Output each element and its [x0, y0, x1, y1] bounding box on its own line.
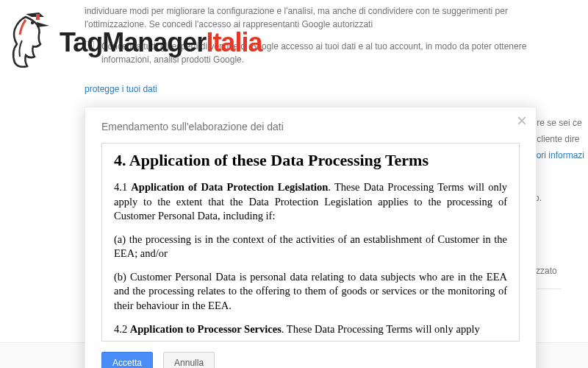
svg-point-1 — [31, 21, 34, 24]
terms-heading: 4. Application of these Data Processing … — [114, 151, 507, 170]
data-processing-modal: × Emendamento sull'elaborazione dei dati… — [85, 107, 537, 368]
svg-rect-0 — [36, 14, 40, 20]
modal-title: Emendamento sull'elaborazione dei dati — [101, 121, 520, 132]
modal-footer: Accetta Annulla — [101, 342, 520, 368]
close-icon[interactable]: × — [517, 112, 527, 130]
woodpecker-icon — [4, 11, 55, 74]
terms-paragraph: 4.1 Application of Data Protection Legis… — [114, 180, 507, 224]
logo-text: TagManagerItalia — [60, 27, 262, 58]
brand-logo: TagManagerItalia — [4, 11, 262, 74]
terms-paragraph: 4.2 Application to Processor Services. T… — [114, 322, 507, 337]
modal-body-scroll[interactable]: 4. Application of these Data Processing … — [101, 143, 520, 342]
terms-paragraph: (b) Customer Personal Data is personal d… — [114, 270, 507, 314]
accept-button[interactable]: Accetta — [101, 352, 153, 368]
cancel-button[interactable]: Annulla — [163, 352, 215, 368]
terms-paragraph: (a) the processing is in the context of … — [114, 233, 507, 261]
